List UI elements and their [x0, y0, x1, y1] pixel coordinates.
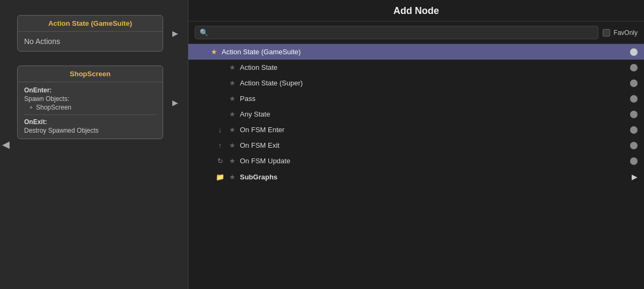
action-state-card: Action State (GameSuite) No Actions	[17, 15, 163, 52]
node-list-item-on-fsm-update[interactable]: ↻★On FSM Update	[188, 153, 644, 169]
item-label: Pass	[240, 95, 626, 103]
item-label: Action State (GameSuite)	[222, 48, 626, 56]
left-arrow[interactable]: ◀	[0, 135, 12, 154]
item-label: Any State	[240, 110, 626, 118]
spawn-objects-label: Spawn Objects:	[24, 95, 156, 103]
item-dot-icon	[630, 126, 638, 134]
action-state-right-arrow[interactable]: ▶	[170, 27, 180, 40]
node-list: ★Action State (GameSuite)★Action State★A…	[188, 44, 644, 289]
star-icon[interactable]: ★	[229, 141, 236, 149]
node-list-item-any-state[interactable]: ★Any State	[188, 106, 644, 122]
on-enter-label: OnEnter:	[24, 86, 156, 94]
item-dot-icon	[630, 95, 638, 103]
on-exit-label: OnExit:	[24, 118, 156, 126]
shop-card-body: OnEnter: Spawn Objects: ⚬ShopScreen OnEx…	[18, 82, 163, 139]
divider	[24, 114, 156, 115]
star-icon[interactable]: ★	[229, 157, 236, 165]
item-label: On FSM Exit	[240, 141, 626, 149]
node-list-item-on-fsm-exit[interactable]: ↑★On FSM Exit	[188, 138, 644, 153]
star-icon[interactable]: ★	[229, 63, 236, 71]
fav-only-checkbox[interactable]	[603, 29, 610, 37]
item-dot-icon	[630, 157, 638, 165]
item-prefix-icon: ↓	[215, 126, 225, 134]
right-panel: Add Node 🔍 FavOnly ★Action State (GameSu…	[188, 0, 644, 289]
item-label: SubGraphs	[240, 173, 627, 181]
fav-only-label: FavOnly	[613, 29, 638, 37]
shop-card-title: ShopScreen	[18, 66, 163, 82]
item-prefix-icon: ↑	[215, 141, 225, 149]
node-list-item-action-state-gamesuite[interactable]: ★Action State (GameSuite)	[188, 44, 644, 60]
shop-right-arrow[interactable]: ▶	[170, 96, 180, 109]
item-dot-icon	[630, 142, 638, 149]
item-label: Action State (Super)	[240, 79, 626, 87]
node-list-item-pass[interactable]: ★Pass	[188, 91, 644, 106]
spawn-item: ⚬ShopScreen	[24, 104, 156, 111]
star-icon[interactable]: ★	[229, 95, 236, 103]
shop-screen-card: ShopScreen OnEnter: Spawn Objects: ⚬Shop…	[17, 66, 163, 139]
star-icon[interactable]: ★	[211, 48, 217, 56]
item-prefix-icon: 📁	[215, 173, 225, 181]
item-label: On FSM Update	[240, 157, 626, 165]
star-icon[interactable]: ★	[229, 126, 236, 134]
node-list-item-action-state-super[interactable]: ★Action State (Super)	[188, 75, 644, 91]
star-icon[interactable]: ★	[229, 110, 236, 118]
item-expand-arrow-icon[interactable]: ▶	[632, 172, 638, 181]
item-prefix-icon: ↻	[215, 157, 225, 165]
bullet-icon: ⚬	[28, 104, 34, 111]
item-label: On FSM Enter	[240, 126, 626, 134]
action-state-card-title: Action State (GameSuite)	[18, 16, 163, 32]
right-panel-header: Add Node	[188, 0, 644, 21]
item-dot-icon	[630, 111, 638, 118]
item-dot-icon	[630, 48, 638, 56]
star-icon[interactable]: ★	[229, 79, 236, 87]
item-dot-icon	[630, 64, 638, 71]
node-list-item-on-fsm-enter[interactable]: ↓★On FSM Enter	[188, 122, 644, 138]
item-dot-icon	[630, 80, 638, 87]
search-bar: 🔍 FavOnly	[188, 21, 644, 44]
node-list-item-action-state[interactable]: ★Action State	[188, 60, 644, 75]
no-actions-label: No Actions	[18, 32, 163, 51]
item-label: Action State	[240, 63, 626, 71]
search-icon: 🔍	[200, 28, 208, 37]
search-input-wrapper[interactable]: 🔍	[195, 26, 598, 39]
star-icon[interactable]: ★	[229, 173, 236, 181]
fav-only-wrapper: FavOnly	[603, 29, 638, 37]
destroy-label: Destroy Spawned Objects	[24, 127, 156, 134]
left-panel: ◀ Action State (GameSuite) No Actions ▶ …	[0, 0, 188, 289]
node-list-item-subgraphs[interactable]: 📁★SubGraphs▶	[188, 169, 644, 185]
search-input[interactable]	[211, 28, 594, 37]
right-panel-title: Add Node	[393, 5, 439, 16]
